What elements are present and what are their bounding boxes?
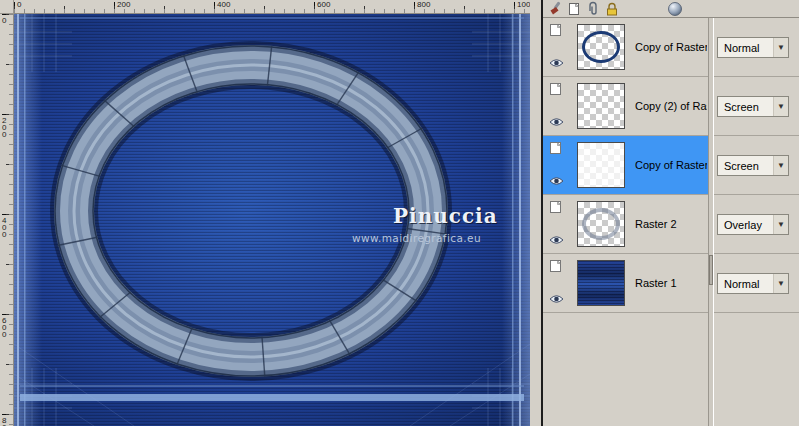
layer-select-area[interactable]: Copy (2) of Raster: [543, 77, 708, 135]
blend-mode-value: Screen: [718, 101, 773, 113]
vertical-ruler[interactable]: 02 0 04 0 06 0 08 0 0: [0, 14, 14, 426]
blend-mode-dropdown[interactable]: Normal ▼: [717, 37, 789, 58]
layer-thumbnail[interactable]: [577, 24, 625, 70]
chevron-down-icon: ▼: [773, 97, 788, 116]
layer-select-area[interactable]: Raster 1: [543, 254, 708, 312]
layer-page-icon: [549, 141, 565, 155]
panel-splitter[interactable]: [708, 18, 714, 426]
layer-name[interactable]: Raster 1: [635, 254, 707, 312]
layer-page-icon: [549, 82, 565, 96]
blend-mode-value: Screen: [718, 160, 773, 172]
paperclip-icon[interactable]: [585, 1, 601, 17]
watermark-title: Pinuccia: [393, 204, 498, 228]
blend-mode-dropdown[interactable]: Screen ▼: [717, 96, 789, 117]
layer-page-icon: [549, 200, 565, 214]
visibility-eye-icon[interactable]: [549, 54, 564, 64]
layer-name[interactable]: Raster 2: [635, 195, 707, 253]
watermark-url: www.maidiregrafica.eu: [352, 232, 481, 244]
app-window: 0200400600800100 02 0 04 0 06 0 08 0 0: [0, 0, 799, 426]
blend-mode-dropdown[interactable]: Normal ▼: [717, 273, 789, 294]
layer-row: Copy (2) of Raster Screen ▼: [543, 77, 799, 136]
chevron-down-icon: ▼: [773, 38, 788, 57]
layer-page-icon: [549, 259, 565, 273]
layer-row: Raster 2 Overlay ▼: [543, 195, 799, 254]
layer-thumbnail[interactable]: [577, 83, 625, 129]
layer-row: Raster 1 Normal ▼: [543, 254, 799, 313]
lock-icon[interactable]: [604, 1, 620, 17]
layer-thumbnail[interactable]: [577, 260, 625, 306]
ruler-corner: [0, 0, 14, 14]
layer-row: Copy of Raster 2 Screen ▼: [543, 136, 799, 195]
layer-thumbnail[interactable]: [577, 142, 625, 188]
new-page-icon[interactable]: [566, 1, 582, 17]
layer-thumbnail[interactable]: [577, 201, 625, 247]
layer-name[interactable]: Copy (2) of Raster: [635, 77, 707, 135]
layer-list: Copy of Raster 1 Normal ▼ Copy (2) of Ra…: [543, 18, 799, 313]
canvas-area[interactable]: Pinuccia Pinuccia www.maidiregrafica.eu: [14, 14, 530, 426]
layers-panel: Copy of Raster 1 Normal ▼ Copy (2) of Ra…: [543, 0, 799, 426]
layer-page-icon: [549, 23, 565, 37]
blend-mode-dropdown[interactable]: Overlay ▼: [717, 214, 789, 235]
layer-name[interactable]: Copy of Raster 2: [635, 136, 707, 194]
chevron-down-icon: ▼: [773, 156, 788, 175]
visibility-eye-icon[interactable]: [549, 231, 564, 241]
chevron-down-icon: ▼: [773, 215, 788, 234]
visibility-eye-icon[interactable]: [549, 113, 564, 123]
layer-select-area[interactable]: Copy of Raster 1: [543, 18, 708, 76]
visibility-eye-icon[interactable]: [549, 290, 564, 300]
layer-select-area[interactable]: Copy of Raster 2: [543, 136, 708, 194]
brush-icon[interactable]: [547, 1, 563, 17]
blend-mode-value: Normal: [718, 42, 773, 54]
splitter-handle[interactable]: [709, 255, 713, 285]
layer-row: Copy of Raster 1 Normal ▼: [543, 18, 799, 77]
horizontal-ruler[interactable]: 0200400600800100: [14, 0, 530, 14]
chevron-down-icon: ▼: [773, 274, 788, 293]
blend-mode-value: Normal: [718, 278, 773, 290]
layers-toolbar: [543, 0, 799, 18]
canvas-image[interactable]: Pinuccia Pinuccia www.maidiregrafica.eu: [14, 14, 530, 426]
layer-name[interactable]: Copy of Raster 1: [635, 18, 707, 76]
visibility-eye-icon[interactable]: [549, 172, 564, 182]
blend-mode-value: Overlay: [718, 219, 773, 231]
blend-mode-dropdown[interactable]: Screen ▼: [717, 155, 789, 176]
layer-select-area[interactable]: Raster 2: [543, 195, 708, 253]
sphere-icon[interactable]: [667, 1, 683, 17]
